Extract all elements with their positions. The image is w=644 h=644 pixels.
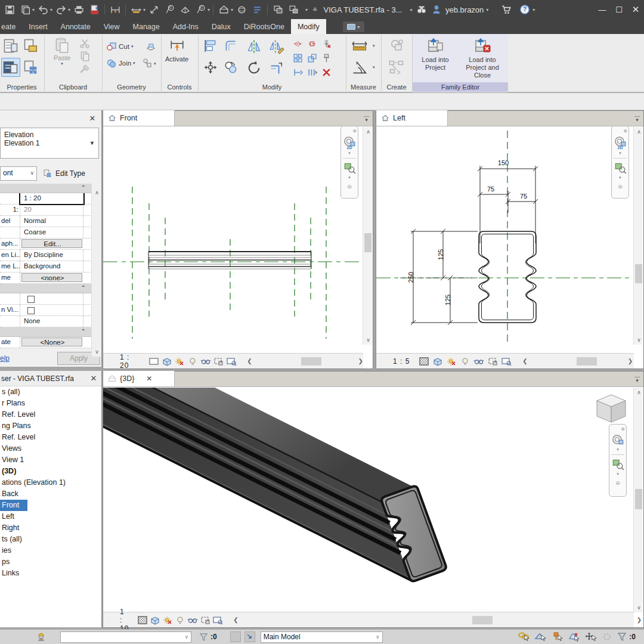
ribbon-display-toggle[interactable]: ▾ (343, 21, 364, 32)
browser-item-sheets[interactable]: ts (all) (0, 534, 101, 545)
sun-path-icon[interactable] (445, 356, 457, 367)
three-d-canvas[interactable] (103, 388, 631, 612)
search-collapse-icon[interactable]: ◂ (409, 7, 412, 13)
left-vertical-scrollbar[interactable]: ∧ ∨ (633, 127, 643, 345)
navbar-collapse-icon[interactable]: ⊖ (618, 184, 623, 190)
front-vertical-scrollb[interactable]: ∧ ∨ (363, 127, 372, 345)
browser-item-ref-level-1[interactable]: Ref. Level (0, 409, 101, 420)
app-store-cart-icon[interactable] (500, 4, 512, 15)
align-dimension-icon[interactable] (293, 67, 303, 78)
copy-to-clipboard-icon[interactable] (79, 51, 90, 61)
panel-label-clipboard[interactable]: Clipboard (45, 82, 101, 92)
edit-type-button[interactable]: Edit Type (43, 169, 85, 178)
tab-manage[interactable]: Manage (126, 19, 166, 34)
design-option-combo[interactable]: ∨ (60, 631, 191, 643)
modify-properties-icon[interactable] (2, 38, 19, 54)
zoom-region-icon[interactable] (611, 457, 624, 470)
left-view-tab[interactable]: Left (376, 110, 448, 126)
property-row[interactable]: Coarse (0, 227, 92, 239)
activate-dimensions-button[interactable] (108, 2, 122, 17)
scroll-left-icon[interactable]: ❮ (522, 358, 527, 364)
geometry-more-icon[interactable]: ▾ (154, 61, 156, 66)
navbar-collapse-icon[interactable]: ⊖ (615, 480, 620, 486)
property-row[interactable]: 1 : 20 (0, 193, 92, 205)
property-row[interactable]: en Li...By Discipline (0, 250, 92, 261)
properties-close-icon[interactable]: ✕ (87, 114, 98, 123)
switch-windows-button[interactable] (271, 2, 285, 17)
array-icon[interactable] (307, 67, 317, 78)
close-button[interactable]: ✕ (627, 2, 644, 17)
minimize-button[interactable]: — (594, 2, 611, 17)
cut-profile-icon[interactable] (293, 39, 303, 49)
paste-button[interactable]: Paste▾ (53, 36, 71, 66)
browser-item-floor-plans[interactable]: r Plans (0, 398, 101, 409)
undo-button[interactable] (36, 2, 50, 17)
left-view-canvas[interactable]: 150 75 75 250 125 125 (376, 127, 631, 345)
three-d-vertical-scrollbar[interactable]: ∧ ∨ (633, 388, 643, 612)
section-header-graphics[interactable]: ⌃ (0, 184, 92, 193)
zoom-region-icon[interactable] (614, 161, 627, 174)
properties-toggle-button[interactable] (1, 58, 20, 77)
three-d-view-tab[interactable]: {3D} ✕ (103, 371, 175, 386)
section-header-extents[interactable]: ⌃ (0, 284, 92, 293)
three-d-navigation-bar[interactable]: ⊗ ▾ ▾ ⊖ (609, 424, 627, 497)
scroll-left-icon[interactable]: ❮ (247, 358, 252, 364)
property-row[interactable]: delNormal (0, 216, 92, 227)
front-scale[interactable]: 1 : 20 (120, 353, 140, 370)
browser-item-view-1[interactable]: View 1 (0, 454, 101, 466)
property-row[interactable]: aph...Edit... (0, 239, 92, 250)
redo-button[interactable] (54, 2, 68, 17)
views-filter-combo[interactable]: ont ∨ (0, 166, 37, 181)
visual-style-icon[interactable] (161, 356, 172, 367)
tab-dalux[interactable]: Dalux (205, 19, 237, 34)
tab-annotate[interactable]: Annotate (54, 19, 97, 34)
load-into-project-and-close-button[interactable]: Load into Project and Close (458, 37, 507, 79)
zoom-dropdown-icon[interactable]: ▾ (348, 175, 351, 180)
trim-extend-icon[interactable] (269, 60, 284, 76)
tab-dirootsone[interactable]: DiRootsOne (237, 19, 291, 34)
navbar-close-icon[interactable]: ⊗ (621, 426, 625, 432)
tab-addins[interactable]: Add-Ins (166, 19, 205, 34)
front-navigation-bar[interactable]: ⊗ 2D ▾ ▾ ⊖ (340, 126, 358, 199)
scroll-left-icon[interactable]: ❮ (233, 617, 238, 623)
navbar-close-icon[interactable]: ⊗ (352, 128, 357, 134)
cut-geometry-button[interactable]: Cut▾ (106, 41, 133, 52)
three-d-hscroll-thumb[interactable] (472, 616, 493, 624)
schedule-button[interactable] (250, 2, 264, 17)
panel-label-modify[interactable]: Modify (199, 82, 345, 92)
qat-customize-icon[interactable]: ▾ (305, 7, 308, 13)
detail-level-icon[interactable] (148, 356, 160, 367)
panel-label-properties[interactable]: Properties (0, 82, 44, 92)
property-row[interactable]: None (0, 316, 92, 327)
section-header-identity[interactable]: ⌃ (0, 327, 92, 337)
detail-level-icon[interactable] (137, 615, 148, 626)
sync-button[interactable] (18, 2, 32, 17)
property-row[interactable]: ate<None> (0, 337, 92, 348)
measure-dropdown-icon[interactable]: ▾ (373, 44, 375, 48)
scroll-up-icon[interactable]: ∧ (363, 127, 373, 137)
properties-scrollbar[interactable]: ∧ ∨ (91, 188, 101, 357)
browser-item-groups[interactable]: ps (0, 556, 101, 568)
type-selector[interactable]: Elevation Elevation 1 ▼ (0, 128, 99, 159)
user-dropdown-icon[interactable]: ▾ (486, 7, 488, 13)
angle-dropdown-icon[interactable]: ▾ (373, 65, 375, 70)
visual-style-icon[interactable] (432, 356, 444, 367)
front-view-tab[interactable]: Front (103, 110, 175, 126)
browser-item-right[interactable]: Right (0, 522, 101, 534)
left-navigation-bar[interactable]: ⊗ 2D ▾ ▾ ⊖ (611, 126, 629, 199)
dimension-dropdown-icon[interactable]: ▾ (143, 7, 145, 13)
tag-by-category-button[interactable] (162, 2, 177, 17)
signed-in-user[interactable]: yeb.brazon (445, 5, 484, 14)
front-horizontal-scrollbar[interactable]: ❮ ❯ (247, 357, 363, 366)
view-tab-menu-icon[interactable]: —▾ (634, 375, 640, 382)
zoom-dropdown-icon[interactable]: ▾ (617, 472, 619, 476)
tag-button[interactable] (193, 2, 208, 17)
activate-controls-button[interactable]: Activate (165, 38, 188, 63)
scroll-up-icon[interactable]: ∧ (634, 388, 644, 397)
active-workset-combo[interactable]: Main Model∨ (261, 631, 383, 643)
tile-windows-button[interactable] (286, 2, 301, 17)
mirror-pick-axis-icon[interactable] (246, 39, 262, 54)
join-geometry-button[interactable]: Join▾ (106, 58, 135, 69)
selection-filter-icon[interactable] (617, 631, 627, 642)
view-tab-menu-icon[interactable]: —▾ (634, 114, 640, 122)
